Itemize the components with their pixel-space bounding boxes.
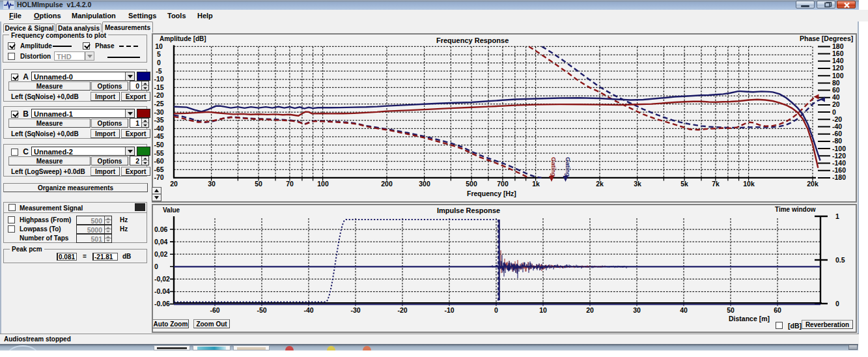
svg-text:Gating: Gating	[550, 157, 557, 177]
svg-text:Gating: Gating	[565, 157, 572, 177]
